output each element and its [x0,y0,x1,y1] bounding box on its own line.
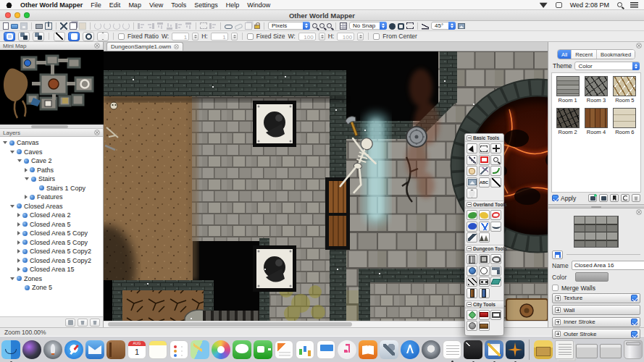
expand-icon[interactable] [10,151,14,153]
snap-dropdown[interactable]: No Snap [349,22,387,30]
merge-walls-checkbox[interactable] [552,285,559,291]
dock-maps-icon[interactable] [191,340,209,359]
round-room-filled-tool[interactable] [467,266,477,276]
paste-icon[interactable] [79,22,86,30]
road-tool[interactable] [467,232,477,243]
platform-tool[interactable] [490,277,501,287]
marquee-select-tool[interactable] [479,143,490,153]
size-h-stepper[interactable] [357,33,364,41]
layer-row[interactable]: Paths [0,166,103,175]
wood-door-tool[interactable] [467,288,477,298]
theme-dropdown[interactable]: Color [574,62,640,70]
texture-enabled-checkbox[interactable] [631,295,637,301]
print-icon[interactable] [35,24,43,29]
layer-row[interactable]: Closed Areas [0,202,103,211]
align-top-icon[interactable] [156,22,164,30]
expand-section-icon[interactable] [555,331,561,337]
lake-tool[interactable] [467,222,477,232]
expand-icon[interactable] [17,222,20,227]
dock-system-preferences-icon[interactable] [422,340,440,359]
floating-tool-palette[interactable]: Basic Tools ABC Overland Tools [464,133,504,336]
move-tool[interactable] [490,143,501,153]
name-input[interactable] [572,261,644,270]
layers-close-icon[interactable] [94,130,100,135]
layer-row[interactable]: Stairs [0,174,103,184]
minimap-scrollbar[interactable] [0,125,103,129]
size-w-stepper[interactable] [319,33,325,41]
minimap-close-icon[interactable] [94,43,100,49]
building-tool[interactable] [479,310,490,320]
curve-tool[interactable] [490,166,501,176]
dock-reminders-icon[interactable] [170,340,188,359]
minimap[interactable] [0,50,103,125]
new-map-icon[interactable] [3,22,9,30]
menu-extra-icon[interactable] [556,2,562,8]
menu-clock[interactable]: Wed 2:08 PM [570,1,609,9]
menu-tools[interactable]: Tools [171,1,186,9]
dock-siri-icon[interactable] [22,340,41,359]
bounds-icon[interactable] [200,22,207,29]
open-map-icon[interactable] [11,24,18,29]
link-icon[interactable] [225,25,233,29]
layer-row[interactable]: Closed Area 15 [0,265,103,274]
size-w-field[interactable]: 100 [298,33,316,41]
visibility-icon[interactable] [17,276,22,281]
spotlight-icon[interactable] [617,2,622,7]
menu-map[interactable]: Map [128,1,141,9]
align-center-v-icon[interactable] [185,22,192,30]
fixed-ratio-checkbox[interactable] [118,33,125,40]
dock-textedit-icon[interactable] [443,340,461,359]
room-style-item[interactable]: Room 5 [613,76,636,108]
outer-stroke-section[interactable]: Outer Stroke [552,329,640,339]
select-tool[interactable] [467,143,477,153]
selection-subtract-button[interactable] [33,32,44,41]
visibility-icon[interactable] [39,185,44,190]
from-center-checkbox[interactable] [373,33,380,40]
dock-trash-icon[interactable] [624,340,643,359]
layer-row[interactable]: Caves [0,148,103,157]
visibility-icon[interactable] [22,240,28,245]
copy-icon[interactable] [70,22,77,30]
layer-row[interactable]: Stairs 1 Copy [0,184,103,193]
dock-safari-icon[interactable] [64,340,83,359]
visibility-icon[interactable] [22,258,28,263]
layer-row[interactable]: Closed Area 2 [0,211,103,220]
dock-facetime-icon[interactable] [254,340,272,359]
dock-photos-icon[interactable] [212,340,230,359]
snap-bounds-icon[interactable] [406,22,414,29]
line-tool-button[interactable] [54,32,65,41]
angle-icon[interactable] [422,22,429,30]
cut-icon[interactable] [60,22,67,30]
zoom-tool[interactable] [490,155,501,165]
visibility-icon[interactable] [25,285,30,290]
expand-icon[interactable] [10,277,14,280]
tab-recent[interactable]: Recent [572,50,597,59]
expand-icon[interactable] [17,240,20,245]
menu-settings[interactable]: Settings [194,1,218,9]
menu-view[interactable]: View [149,1,163,9]
expand-section-icon[interactable] [555,295,561,301]
visibility-icon[interactable] [31,177,36,182]
overland-tools-header[interactable]: Overland Tools [465,201,503,209]
dock-numbers-icon[interactable] [296,340,314,359]
text-tool[interactable]: ABC [479,177,490,188]
wand-select-tool[interactable] [467,155,477,165]
city-tools-header[interactable]: City Tools [465,300,503,308]
layer-row[interactable]: Closed Area 5 Copy2 [0,247,103,256]
dock-launchpad-icon[interactable] [43,340,62,359]
expand-icon[interactable] [25,177,29,180]
region-outline-tool[interactable] [490,210,501,220]
cave-room-tool[interactable] [490,254,501,264]
color-swatch[interactable] [575,272,609,282]
visibility-icon[interactable] [24,159,29,164]
align-center-h-icon[interactable] [175,22,183,30]
outer-stroke-enabled-checkbox[interactable] [631,331,637,337]
angle-dropdown[interactable]: 45° [431,22,456,30]
dock-other-world-mapper-icon[interactable] [506,340,524,359]
layer-row[interactable]: Zones [0,274,103,284]
region-select-tool[interactable] [479,155,490,165]
rectangle-tool-button[interactable] [68,32,80,41]
save-icon[interactable] [20,22,28,30]
duplicate-layer-button[interactable] [65,319,75,327]
visibility-icon[interactable] [22,231,28,236]
